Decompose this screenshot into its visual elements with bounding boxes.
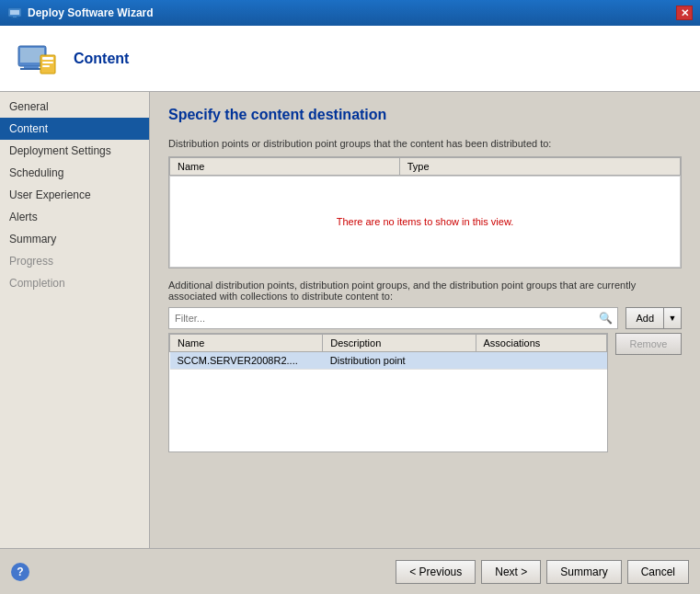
row-description: Distribution point bbox=[323, 352, 476, 370]
wizard-title-icon bbox=[7, 6, 22, 20]
add-dropdown-button[interactable]: ▼ bbox=[663, 307, 682, 329]
close-button[interactable]: ✕ bbox=[676, 6, 693, 20]
bottom-table: Name Description Associations SCCM.SERVE… bbox=[169, 334, 607, 370]
add-remove-column: Remove bbox=[615, 333, 682, 452]
add-button[interactable]: Add bbox=[625, 307, 663, 329]
wizard-body: General Content Deployment Settings Sche… bbox=[0, 92, 700, 548]
summary-button[interactable]: Summary bbox=[546, 560, 621, 584]
svg-rect-11 bbox=[42, 65, 50, 67]
bottom-col-description: Description bbox=[323, 335, 476, 352]
remove-button[interactable]: Remove bbox=[615, 333, 682, 355]
row-associations bbox=[476, 352, 607, 370]
bottom-table-area: Name Description Associations SCCM.SERVE… bbox=[168, 333, 682, 452]
svg-rect-7 bbox=[20, 68, 42, 70]
row-name: SCCM.SERVER2008R2.... bbox=[170, 352, 323, 370]
svg-rect-3 bbox=[11, 17, 18, 18]
title-bar: Deploy Software Wizard ✕ bbox=[0, 0, 700, 26]
cancel-button[interactable]: Cancel bbox=[627, 560, 689, 584]
header-section-title: Content bbox=[74, 51, 129, 67]
title-text: Deploy Software Wizard bbox=[28, 6, 154, 19]
svg-rect-1 bbox=[10, 10, 19, 15]
sidebar-item-content[interactable]: Content bbox=[0, 118, 149, 140]
table-row[interactable]: SCCM.SERVER2008R2.... Distribution point bbox=[170, 352, 607, 370]
no-items-message: There are no items to show in this view. bbox=[337, 179, 514, 264]
help-icon[interactable]: ? bbox=[11, 563, 29, 581]
previous-button[interactable]: < Previous bbox=[396, 560, 476, 584]
top-col-type: Type bbox=[399, 158, 680, 176]
sidebar-item-completion: Completion bbox=[0, 272, 149, 294]
bottom-col-associations: Associations bbox=[476, 335, 607, 352]
filter-input-wrapper: 🔍 bbox=[168, 307, 618, 329]
sidebar-item-deployment-settings[interactable]: Deployment Settings bbox=[0, 140, 149, 162]
top-table-body: There are no items to show in this view. bbox=[169, 176, 681, 268]
top-section-description: Distribution points or distribution poin… bbox=[168, 138, 682, 149]
sidebar-item-alerts[interactable]: Alerts bbox=[0, 206, 149, 228]
svg-rect-10 bbox=[42, 62, 53, 63]
add-button-group: Add ▼ bbox=[625, 307, 682, 329]
footer-left: ? bbox=[11, 563, 29, 581]
next-button[interactable]: Next > bbox=[481, 560, 541, 584]
search-icon: 🔍 bbox=[599, 312, 613, 325]
content-icon bbox=[15, 37, 59, 81]
wizard-header: Content bbox=[0, 26, 700, 92]
sidebar-item-scheduling[interactable]: Scheduling bbox=[0, 162, 149, 184]
top-col-name: Name bbox=[170, 158, 400, 176]
top-table: Name Type bbox=[169, 157, 681, 176]
wizard-footer: ? < Previous Next > Summary Cancel bbox=[0, 548, 700, 594]
sidebar: General Content Deployment Settings Sche… bbox=[0, 92, 150, 548]
filter-input[interactable] bbox=[168, 307, 618, 329]
svg-rect-9 bbox=[42, 57, 53, 60]
filter-row: 🔍 Add ▼ bbox=[168, 307, 682, 329]
sidebar-item-user-experience[interactable]: User Experience bbox=[0, 184, 149, 206]
page-title: Specify the content destination bbox=[168, 107, 682, 123]
bottom-table-container: Name Description Associations SCCM.SERVE… bbox=[168, 333, 608, 452]
sidebar-item-general[interactable]: General bbox=[0, 96, 149, 118]
top-table-container: Name Type There are no items to show in … bbox=[168, 156, 682, 268]
footer-buttons: < Previous Next > Summary Cancel bbox=[396, 560, 689, 584]
bottom-col-name: Name bbox=[170, 335, 323, 352]
title-bar-left: Deploy Software Wizard bbox=[7, 6, 154, 20]
header-icon bbox=[15, 37, 59, 81]
content-area: Specify the content destination Distribu… bbox=[150, 92, 700, 548]
sidebar-item-progress: Progress bbox=[0, 250, 149, 272]
bottom-section-description: Additional distribution points, distribu… bbox=[168, 280, 682, 302]
sidebar-item-summary[interactable]: Summary bbox=[0, 228, 149, 250]
